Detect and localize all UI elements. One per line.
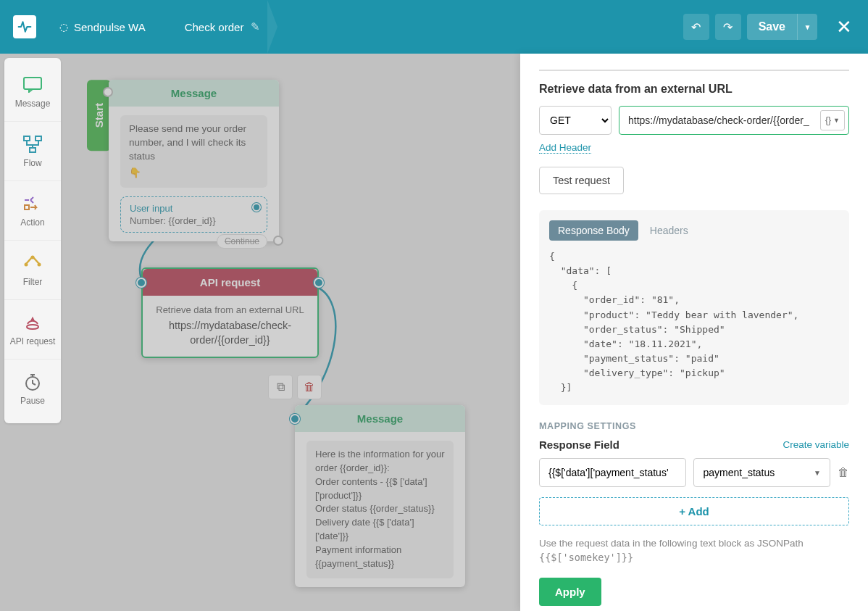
action-icon <box>23 194 42 213</box>
svg-rect-0 <box>24 78 41 89</box>
api-icon <box>23 313 42 332</box>
whatsapp-icon: ◌ <box>59 21 68 33</box>
undo-icon: ↶ <box>691 20 701 34</box>
palette-label: Flow <box>23 158 41 168</box>
palette-action[interactable]: Action <box>4 181 61 241</box>
palette-label: Filter <box>23 277 43 287</box>
palette-label: Pause <box>20 396 45 406</box>
panel-title: Retrieve data from an external URL <box>539 70 849 96</box>
svg-rect-3 <box>30 148 36 152</box>
url-input[interactable] <box>619 106 849 135</box>
palette-label: API request <box>10 336 56 346</box>
response-json: { "data": [ { "order_id": "81", "product… <box>549 249 839 395</box>
response-field-label: Response Field <box>539 438 619 451</box>
app-header: ◌ Sendpulse WA Check order ✎ ↶ ↷ Save ▼ … <box>0 0 868 54</box>
breadcrumb-bot[interactable]: ◌ Sendpulse WA <box>49 0 156 54</box>
breadcrumb-flow[interactable]: Check order ✎ <box>175 0 271 54</box>
test-request-button[interactable]: Test request <box>539 167 624 194</box>
variable-select[interactable]: payment_status ▼ <box>693 458 830 487</box>
pulse-icon <box>17 20 32 34</box>
save-button-group: Save ▼ <box>747 14 817 40</box>
breadcrumb-bot-label: Sendpulse WA <box>74 21 146 33</box>
palette-label: Action <box>20 217 44 228</box>
undo-button[interactable]: ↶ <box>683 14 709 40</box>
breadcrumb: ◌ Sendpulse WA Check order ✎ <box>49 0 270 54</box>
palette-pause[interactable]: Pause <box>4 359 61 419</box>
help-text: Use the request data in the following te… <box>539 537 849 565</box>
palette-api[interactable]: API request <box>4 300 61 359</box>
braces-icon: {} <box>825 115 831 125</box>
http-method-select[interactable]: GET <box>539 106 612 135</box>
svg-rect-4 <box>25 205 29 209</box>
svg-rect-1 <box>24 136 30 141</box>
canvas-dim-overlay <box>0 54 520 611</box>
filter-icon <box>23 254 42 273</box>
edit-icon[interactable]: ✎ <box>251 20 260 33</box>
variable-select-value: payment_status <box>703 467 775 478</box>
tab-headers[interactable]: Headers <box>641 220 697 241</box>
insert-variable-button[interactable]: {}▼ <box>820 110 845 130</box>
flow-icon <box>23 135 42 154</box>
pause-icon <box>23 373 42 391</box>
message-icon <box>23 75 42 94</box>
save-dropdown[interactable]: ▼ <box>797 14 817 40</box>
palette-flow[interactable]: Flow <box>4 122 61 181</box>
close-icon: ✕ <box>836 16 852 38</box>
redo-icon: ↷ <box>723 20 733 34</box>
close-button[interactable]: ✕ <box>833 13 855 41</box>
svg-point-8 <box>27 325 38 329</box>
palette-filter[interactable]: Filter <box>4 241 61 300</box>
add-mapping-button[interactable]: + Add <box>539 497 849 525</box>
mapping-section-label: MAPPING SETTINGS <box>539 421 849 431</box>
chevron-down-icon: ▼ <box>804 23 811 31</box>
help-code: {{$['somekey']}} <box>539 551 849 565</box>
add-header-link[interactable]: Add Header <box>539 142 591 154</box>
delete-mapping-button[interactable]: 🗑 <box>838 466 849 479</box>
svg-point-5 <box>31 255 35 259</box>
breadcrumb-flow-label: Check order <box>185 21 244 33</box>
logo[interactable] <box>13 15 36 38</box>
chevron-down-icon: ▼ <box>814 469 821 477</box>
save-button[interactable]: Save <box>747 14 797 39</box>
palette-message[interactable]: Message <box>4 62 61 122</box>
chevron-down-icon: ▼ <box>833 117 840 124</box>
trash-icon: 🗑 <box>838 466 849 478</box>
tab-response-body[interactable]: Response Body <box>549 220 638 241</box>
response-box: Response Body Headers { "data": [ { "ord… <box>539 210 849 405</box>
create-variable-link[interactable]: Create variable <box>783 439 849 450</box>
svg-rect-2 <box>36 136 41 141</box>
redo-button[interactable]: ↷ <box>715 14 741 40</box>
tool-palette: Message Flow Action Filter API request P… <box>4 58 61 423</box>
jsonpath-input[interactable] <box>539 458 686 487</box>
apply-button[interactable]: Apply <box>539 578 601 606</box>
svg-point-7 <box>38 262 41 266</box>
palette-label: Message <box>15 99 51 109</box>
settings-panel: Retrieve data from an external URL GET {… <box>520 54 868 611</box>
svg-point-6 <box>25 262 28 266</box>
